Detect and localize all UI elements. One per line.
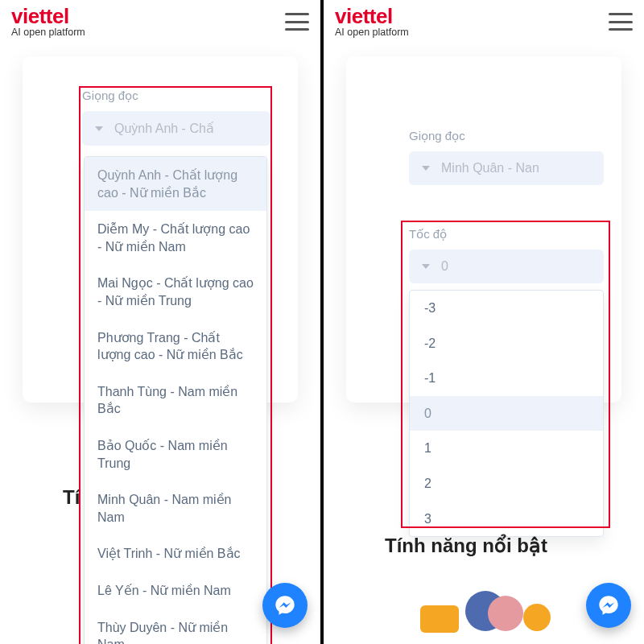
speed-label: Tốc độ <box>409 227 604 242</box>
section-heading-fragment: Tí <box>63 486 80 509</box>
screenshot-left: viettel AI open platform Tí Giọng đọc Qu… <box>0 0 320 644</box>
speed-option[interactable]: -2 <box>410 326 603 361</box>
voice-option[interactable]: Mai Ngọc - Chất lượng cao - Nữ miền Trun… <box>85 265 266 319</box>
messenger-icon <box>274 594 296 617</box>
speed-dropdown[interactable]: -3 -2 -1 0 1 2 3 <box>409 290 604 537</box>
chevron-down-icon <box>95 126 103 131</box>
menu-icon[interactable] <box>609 13 633 31</box>
speed-select[interactable]: 0 <box>409 250 604 283</box>
voice-option[interactable]: Minh Quân - Nam miền Nam <box>85 481 266 535</box>
menu-icon[interactable] <box>285 13 309 31</box>
brand-logo: viettel <box>11 6 85 27</box>
voice-option[interactable]: Diễm My - Chất lượng cao - Nữ miền Nam <box>85 211 266 265</box>
app-header: viettel AI open platform <box>324 0 644 42</box>
voice-option[interactable]: Quỳnh Anh - Chất lượng cao - Nữ miền Bắc <box>85 157 266 211</box>
brand-subtitle: AI open platform <box>335 27 409 38</box>
screenshot-right: viettel AI open platform Giọng đọc Minh … <box>324 0 644 644</box>
chevron-down-icon <box>422 264 430 269</box>
voice-label: Giọng đọc <box>82 89 270 103</box>
voice-select[interactable]: Quỳnh Anh - Chấ <box>82 111 270 146</box>
voice-select-value: Quỳnh Anh - Chấ <box>114 121 214 136</box>
speed-option[interactable]: 1 <box>410 431 603 466</box>
voice-option[interactable]: Phương Trang - Chất lượng cao - Nữ miền … <box>85 320 266 374</box>
messenger-button[interactable] <box>262 583 308 628</box>
speed-option[interactable]: 0 <box>410 396 603 431</box>
voice-select-group: Giọng đọc Quỳnh Anh - Chấ <box>82 89 270 146</box>
voice-option[interactable]: Thanh Tùng - Nam miền Bắc <box>85 374 266 427</box>
brand-subtitle: AI open platform <box>11 27 85 38</box>
speed-option[interactable]: 2 <box>410 466 603 502</box>
messenger-icon <box>597 594 620 617</box>
voice-option[interactable]: Lê Yến - Nữ miền Nam <box>85 572 266 609</box>
brand-logo: viettel <box>335 6 409 27</box>
voice-option[interactable]: Việt Trinh - Nữ miền Bắc <box>85 535 266 572</box>
voice-select[interactable]: Minh Quân - Nan <box>409 151 604 185</box>
voice-option[interactable]: Bảo Quốc - Nam miền Trung <box>85 427 266 481</box>
speed-select-group: Tốc độ 0 -3 -2 -1 0 1 2 3 <box>409 227 604 537</box>
voice-option[interactable]: Thùy Duyên - Nữ miền Nam <box>85 609 266 645</box>
feature-illustration <box>420 588 557 636</box>
speed-option[interactable]: -1 <box>410 361 603 396</box>
voice-select-group: Giọng đọc Minh Quân - Nan <box>409 129 604 185</box>
chevron-down-icon <box>422 166 430 171</box>
speed-option[interactable]: 3 <box>410 502 603 537</box>
section-heading: Tính năng nổi bật <box>385 535 547 557</box>
brand: viettel AI open platform <box>335 6 409 38</box>
voice-select-value: Minh Quân - Nan <box>441 161 539 175</box>
speed-option[interactable]: -3 <box>410 291 603 326</box>
messenger-button[interactable] <box>586 583 631 628</box>
voice-label: Giọng đọc <box>409 129 604 143</box>
app-header: viettel AI open platform <box>0 0 320 42</box>
brand: viettel AI open platform <box>11 6 85 38</box>
voice-dropdown[interactable]: Quỳnh Anh - Chất lượng cao - Nữ miền Bắc… <box>84 156 267 644</box>
speed-select-value: 0 <box>441 259 448 274</box>
